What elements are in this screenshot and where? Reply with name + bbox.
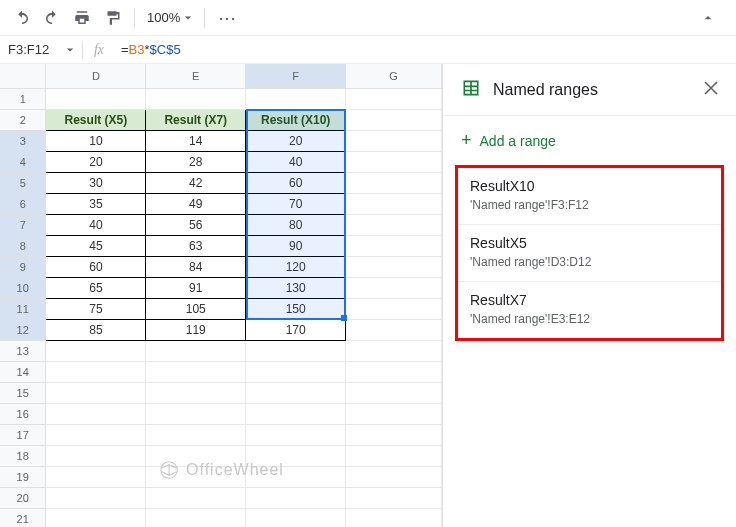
cell[interactable] <box>246 466 346 487</box>
cell[interactable]: 85 <box>46 319 146 340</box>
cell[interactable]: 90 <box>246 235 346 256</box>
cell[interactable] <box>46 340 146 361</box>
cell[interactable]: 130 <box>246 277 346 298</box>
cell[interactable] <box>46 466 146 487</box>
row-header[interactable]: 2 <box>0 109 46 130</box>
cell[interactable] <box>246 445 346 466</box>
cell[interactable]: 10 <box>46 130 146 151</box>
col-header-d[interactable]: D <box>46 64 146 88</box>
cell[interactable]: 84 <box>146 256 246 277</box>
cell[interactable] <box>346 256 442 277</box>
add-range-button[interactable]: + Add a range <box>443 116 736 165</box>
named-range-item[interactable]: ResultX10 'Named range'!F3:F12 <box>458 168 721 225</box>
cell[interactable]: 42 <box>146 172 246 193</box>
row-header[interactable]: 17 <box>0 424 46 445</box>
cell[interactable]: 170 <box>246 319 346 340</box>
row-header[interactable]: 4 <box>0 151 46 172</box>
row-header[interactable]: 14 <box>0 361 46 382</box>
cell[interactable] <box>46 88 146 109</box>
row-header[interactable]: 9 <box>0 256 46 277</box>
cell[interactable]: 28 <box>146 151 246 172</box>
cell[interactable] <box>346 298 442 319</box>
named-range-item[interactable]: ResultX7 'Named range'!E3:E12 <box>458 282 721 338</box>
cell[interactable]: 20 <box>46 151 146 172</box>
cell[interactable]: 63 <box>146 235 246 256</box>
cell[interactable] <box>46 382 146 403</box>
cell[interactable] <box>346 445 442 466</box>
cell[interactable] <box>146 508 246 527</box>
row-header[interactable]: 7 <box>0 214 46 235</box>
cell[interactable]: 49 <box>146 193 246 214</box>
cell[interactable]: Result (X7) <box>146 109 246 130</box>
col-header-e[interactable]: E <box>146 64 246 88</box>
cell[interactable] <box>346 277 442 298</box>
col-header-f[interactable]: F <box>246 64 346 88</box>
cell[interactable] <box>346 88 442 109</box>
cell[interactable] <box>146 403 246 424</box>
cell[interactable]: Result (X5) <box>46 109 146 130</box>
col-header-g[interactable]: G <box>346 64 442 88</box>
row-header[interactable]: 19 <box>0 466 46 487</box>
cell[interactable] <box>46 424 146 445</box>
row-header[interactable]: 10 <box>0 277 46 298</box>
cell[interactable] <box>346 403 442 424</box>
row-header[interactable]: 5 <box>0 172 46 193</box>
cell[interactable]: 20 <box>246 130 346 151</box>
cell[interactable] <box>346 109 442 130</box>
cell[interactable] <box>246 340 346 361</box>
cell[interactable]: 150 <box>246 298 346 319</box>
row-header[interactable]: 20 <box>0 487 46 508</box>
cell[interactable]: Result (X10) <box>246 109 346 130</box>
cell[interactable]: 30 <box>46 172 146 193</box>
cell[interactable] <box>346 235 442 256</box>
cell[interactable]: 91 <box>146 277 246 298</box>
named-range-item[interactable]: ResultX5 'Named range'!D3:D12 <box>458 225 721 282</box>
redo-button[interactable] <box>38 4 66 32</box>
cell[interactable]: 120 <box>246 256 346 277</box>
cell[interactable] <box>146 361 246 382</box>
cell[interactable] <box>46 445 146 466</box>
cell[interactable] <box>246 382 346 403</box>
row-header[interactable]: 8 <box>0 235 46 256</box>
row-header[interactable]: 3 <box>0 130 46 151</box>
name-box[interactable]: F3:F12 <box>0 42 82 57</box>
row-header[interactable]: 13 <box>0 340 46 361</box>
cell[interactable]: 80 <box>246 214 346 235</box>
cell[interactable]: 119 <box>146 319 246 340</box>
spreadsheet-area[interactable]: D E F G 1 2Result (X5)Result (X7)Result … <box>0 64 442 527</box>
select-all-corner[interactable] <box>0 64 46 88</box>
cell[interactable] <box>246 508 346 527</box>
zoom-selector[interactable]: 100% <box>143 10 196 25</box>
cell[interactable] <box>346 340 442 361</box>
cell[interactable] <box>346 466 442 487</box>
cell[interactable] <box>246 403 346 424</box>
cell[interactable] <box>346 214 442 235</box>
row-header[interactable]: 15 <box>0 382 46 403</box>
cell[interactable] <box>46 487 146 508</box>
cell[interactable]: 70 <box>246 193 346 214</box>
cell[interactable] <box>246 88 346 109</box>
cell[interactable] <box>346 319 442 340</box>
row-header[interactable]: 6 <box>0 193 46 214</box>
cell[interactable]: 75 <box>46 298 146 319</box>
cell[interactable] <box>246 424 346 445</box>
undo-button[interactable] <box>8 4 36 32</box>
row-header[interactable]: 21 <box>0 508 46 527</box>
row-header[interactable]: 12 <box>0 319 46 340</box>
row-header[interactable]: 1 <box>0 88 46 109</box>
row-header[interactable]: 11 <box>0 298 46 319</box>
cell[interactable]: 60 <box>246 172 346 193</box>
cell[interactable] <box>146 340 246 361</box>
cell[interactable] <box>346 508 442 527</box>
cell[interactable] <box>346 424 442 445</box>
cell[interactable] <box>46 361 146 382</box>
cell[interactable] <box>346 193 442 214</box>
cell[interactable]: 56 <box>146 214 246 235</box>
cell[interactable]: 40 <box>246 151 346 172</box>
cell[interactable] <box>146 445 246 466</box>
cell[interactable] <box>46 403 146 424</box>
cell[interactable] <box>346 382 442 403</box>
cell[interactable] <box>146 424 246 445</box>
cell[interactable] <box>146 88 246 109</box>
print-button[interactable] <box>68 4 96 32</box>
